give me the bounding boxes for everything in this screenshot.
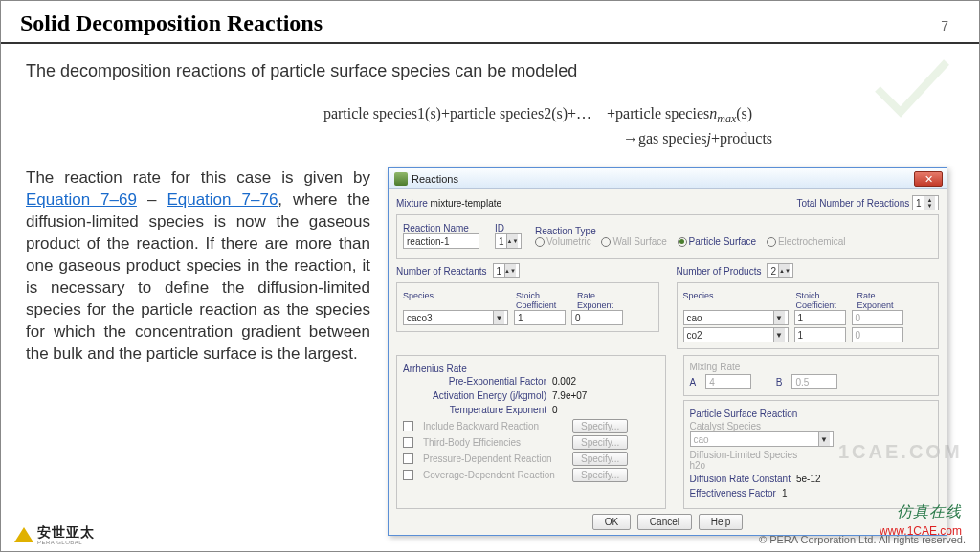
para-part2: , where the diffusion-limited species is…: [26, 190, 370, 363]
cb-pressure[interactable]: [403, 453, 413, 464]
products-group: Species Stoich. Coefficient Rate Exponen…: [677, 282, 940, 349]
dls-value: h2o: [690, 460, 933, 471]
mixing-rate-group: Mixing Rate A4 B0.5: [683, 355, 940, 396]
reactions-dialog: Reactions ✕ 1CAE.COM Mixture mixture-tem…: [388, 167, 947, 536]
product1-species-combo[interactable]: cao▼: [683, 310, 789, 325]
total-reactions-value: 1: [916, 198, 922, 209]
col-species: Species: [683, 291, 789, 310]
reaction-name-label: Reaction Name: [403, 223, 489, 233]
link-eq-7-76[interactable]: Equation 7–76: [167, 190, 278, 209]
ef-label: Effectiveness Factor: [690, 488, 776, 498]
radio-electrochemical[interactable]: [767, 237, 776, 247]
mix-a-input[interactable]: 4: [705, 374, 751, 389]
specify-thirdbody-button[interactable]: Specify...: [572, 435, 628, 450]
body-paragraph: The reaction rate for this case is given…: [26, 167, 370, 364]
radio-volumetric-label: Volumetric: [546, 236, 591, 247]
slide-body: The decomposition reactions of particle …: [1, 44, 979, 536]
spinner-arrows-icon[interactable]: ▲▼: [924, 196, 935, 210]
chevron-down-icon[interactable]: ▼: [773, 311, 785, 324]
catalyst-label: Catalyst Species: [690, 421, 933, 431]
id-spinner[interactable]: 1▲▼: [495, 233, 522, 249]
chevron-down-icon[interactable]: ▼: [818, 432, 830, 446]
logo-block: 安世亚太 PERA GLOBAL: [14, 524, 95, 545]
chevron-down-icon[interactable]: ▼: [493, 311, 504, 324]
close-button[interactable]: ✕: [914, 171, 943, 187]
product2-stoich-input[interactable]: 1: [794, 327, 846, 342]
eq-line1d: max: [717, 112, 736, 125]
total-reactions-spinner[interactable]: 1▲▼: [912, 195, 939, 210]
dialog-body: 1CAE.COM Mixture mixture-template Total …: [389, 189, 947, 535]
reaction-header-group: Reaction Name reaction-1 ID 1▲▼ Reaction…: [396, 214, 939, 259]
drc-label: Diffusion Rate Constant: [690, 474, 791, 484]
arrhenius-title: Arrhenius Rate: [403, 364, 659, 374]
col-species: Species: [403, 291, 508, 310]
mix-b-label: B: [776, 377, 783, 387]
num-products-label: Number of Products: [677, 266, 762, 276]
spinner-arrows-icon[interactable]: ▲▼: [504, 264, 516, 277]
cb-coverage-label: Coverage-Dependent Reaction: [423, 470, 567, 480]
eq-line1b: +particle species: [607, 105, 709, 121]
col-stoich: Stoich. Coefficient: [796, 291, 850, 310]
cb-backward[interactable]: [403, 421, 413, 431]
reactants-group: Species Stoich. Coefficient Rate Exponen…: [396, 282, 659, 332]
reactant-stoich-value: 1: [518, 313, 523, 323]
ef-value: 1: [782, 488, 788, 498]
spinner-arrows-icon[interactable]: ▲▼: [778, 264, 790, 277]
reaction-name-input[interactable]: reaction-1: [403, 233, 479, 249]
num-reactants-label: Number of Reactants: [396, 266, 487, 276]
reaction-name-value: reaction-1: [407, 236, 449, 247]
num-products-value: 2: [770, 266, 776, 276]
mix-a-value: 4: [709, 377, 715, 387]
radio-wall-surface[interactable]: [601, 237, 611, 247]
specify-coverage-button[interactable]: Specify...: [572, 468, 628, 482]
act-energy-value: 7.9e+07: [552, 390, 587, 401]
product2-species-value: co2: [687, 330, 702, 341]
reactant-stoich-input[interactable]: 1: [514, 310, 566, 325]
reactant-species-combo[interactable]: caco3▼: [403, 310, 508, 325]
num-reactants-spinner[interactable]: 1▲▼: [493, 263, 520, 278]
dialog-title: Reactions: [412, 173, 458, 185]
equation-block: particle species1(s)+particle species2(s…: [122, 102, 954, 150]
act-energy-label: Activation Energy (j/kgmol): [403, 390, 546, 401]
dialog-titlebar[interactable]: Reactions ✕: [389, 168, 947, 189]
specify-backward-button[interactable]: Specify...: [572, 419, 628, 433]
cb-thirdbody[interactable]: [403, 437, 413, 448]
radio-volumetric[interactable]: [535, 237, 545, 247]
reactant-species-value: caco3: [407, 313, 433, 323]
radio-electrochemical-label: Electrochemical: [778, 236, 846, 247]
product2-species-combo[interactable]: co2▼: [683, 327, 789, 342]
drc-value: 5e-12: [796, 474, 821, 484]
radio-particle-surface[interactable]: [678, 237, 687, 247]
intro-text: The decomposition reactions of particle …: [26, 61, 954, 81]
specify-pressure-button[interactable]: Specify...: [572, 452, 628, 466]
reactant-rate-input[interactable]: 0: [571, 310, 623, 325]
total-reactions-label: Total Number of Reactions: [796, 198, 909, 209]
product1-rate-value: 0: [856, 313, 861, 323]
mixture-value: mixture-template: [431, 198, 501, 209]
product1-stoich-input[interactable]: 1: [794, 310, 846, 325]
product2-rate-input[interactable]: 0: [852, 327, 903, 342]
cb-pressure-label: Pressure-Dependent Reaction: [423, 453, 567, 464]
pre-exp-label: Pre-Exponential Factor: [403, 376, 546, 386]
temp-exp-label: Temperature Exponent: [403, 405, 546, 415]
eq-line1e: (s): [736, 105, 752, 121]
product1-species-value: cao: [687, 313, 702, 323]
radio-particle-surface-label: Particle Surface: [689, 236, 757, 247]
product1-rate-input[interactable]: 0: [852, 310, 903, 325]
product2-rate-value: 0: [856, 330, 861, 341]
logo-triangle-icon: [14, 527, 33, 542]
spinner-arrows-icon[interactable]: ▲▼: [506, 234, 518, 248]
psr-title: Particle Surface Reaction: [690, 408, 933, 419]
mix-b-input[interactable]: 0.5: [791, 374, 837, 389]
cb-coverage[interactable]: [403, 470, 413, 480]
lower-area: The reaction rate for this case is given…: [26, 167, 954, 536]
reactant-rate-value: 0: [575, 313, 581, 323]
slide-header: Solid Decomposition Reactions 7: [1, 1, 979, 44]
slide: Solid Decomposition Reactions 7 The deco…: [0, 0, 980, 552]
catalyst-combo[interactable]: cao▼: [690, 431, 834, 447]
num-products-spinner[interactable]: 2▲▼: [767, 263, 793, 278]
chevron-down-icon[interactable]: ▼: [773, 328, 785, 342]
link-eq-7-69[interactable]: Equation 7–69: [26, 190, 137, 209]
app-icon: [394, 172, 408, 186]
reaction-type-label: Reaction Type: [535, 226, 932, 236]
